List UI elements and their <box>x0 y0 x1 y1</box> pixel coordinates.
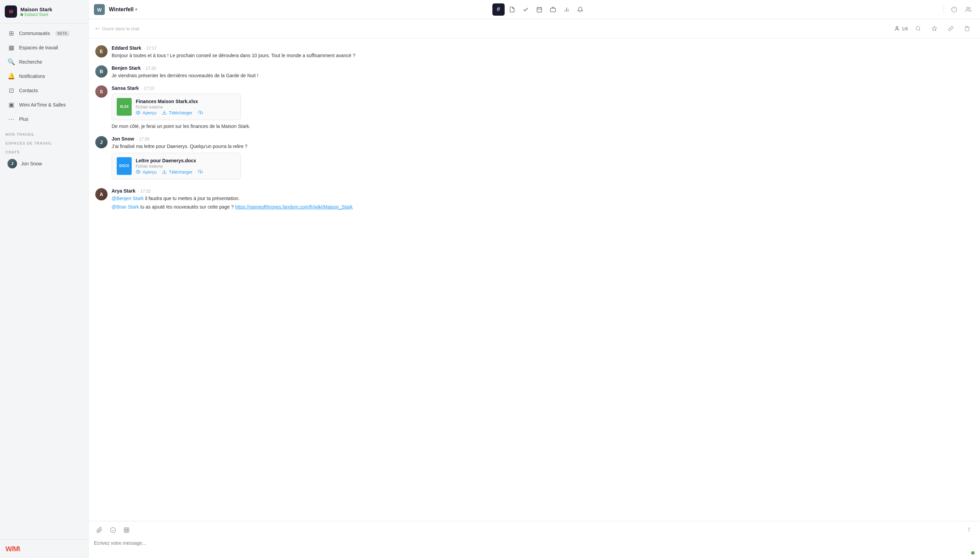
beta-badge: BETA <box>56 31 69 36</box>
chat-name: Jon Snow <box>21 161 42 166</box>
sidebar-item-label: Recherche <box>19 59 42 65</box>
tool-bell[interactable] <box>574 3 586 16</box>
message-text-2: @Bran Stark tu as ajouté les nouveautés … <box>112 204 973 211</box>
top-header: W Winterfell ▾ # <box>89 0 980 19</box>
file-actions: Aperçu Télécharger <box>136 110 236 115</box>
section-chats: CHATS <box>0 147 88 156</box>
messages-area: E Eddard Stark · 17:17 Bonjour à toutes … <box>89 38 980 521</box>
message-text: Je viendrais présenter les dernières nou… <box>112 72 973 79</box>
external-link[interactable]: https://gameofthrones.fandom.com/fr/wiki… <box>235 204 353 210</box>
svg-rect-6 <box>550 8 555 12</box>
tool-briefcase[interactable] <box>547 3 559 16</box>
svg-point-19 <box>138 112 139 113</box>
tool-file[interactable] <box>506 3 518 16</box>
avatar: J <box>8 159 17 168</box>
svg-point-14 <box>896 26 898 28</box>
sidebar-item-airtime[interactable]: ▣ Wimi AirTime & Salles <box>2 98 86 112</box>
mention-btn[interactable] <box>121 525 132 535</box>
workspace-logo: M <box>5 5 17 18</box>
tool-check[interactable] <box>520 3 532 16</box>
file-name: Finances Maison Stark.xlsx <box>136 98 236 104</box>
tool-search[interactable] <box>912 23 924 35</box>
message-body: Arya Stark · 17:32 @Benjen Stark il faud… <box>112 188 973 211</box>
message-benjen: B Benjen Stark · 17:20 Je viendrais prés… <box>95 65 973 79</box>
message-text: De mon côté, je ferai un point sur les f… <box>112 123 973 130</box>
input-bottom-row <box>89 551 980 558</box>
message-sansa: S Sansa Stark · 17:23 XLSX Finances Mais… <box>95 85 973 130</box>
channel-name[interactable]: Winterfell ▾ <box>109 7 137 13</box>
sidebar-footer: W/M\ <box>0 539 88 558</box>
file-attachment-docx: DOCX Lettre pour Daenerys.docx Fichier e… <box>112 153 241 179</box>
tool-link[interactable] <box>945 23 957 35</box>
file-info: Finances Maison Stark.xlsx Fichier exter… <box>136 98 236 115</box>
bell-icon: 🔔 <box>8 72 15 80</box>
file-actions: Aperçu Télécharger <box>136 169 236 174</box>
file-preview-btn[interactable]: Aperçu <box>136 169 156 174</box>
sidebar-item-notifications[interactable]: 🔔 Notifications <box>2 69 86 84</box>
mention-benjen[interactable]: @Benjen Stark <box>112 195 144 201</box>
sidebar-chat-jon-snow[interactable]: J Jon Snow <box>2 156 86 172</box>
input-area: T <box>89 521 980 558</box>
tool-hash[interactable]: # <box>492 3 505 16</box>
section-mon-travail: MON TRAVAIL <box>0 129 88 138</box>
message-time: · 17:17 <box>144 46 156 51</box>
message-meta: Eddard Stark · 17:17 <box>112 45 973 51</box>
message-input[interactable] <box>94 540 975 546</box>
message-author: Benjen Stark <box>112 65 141 71</box>
chevron-down-icon: ▾ <box>135 7 137 12</box>
svg-point-25 <box>111 528 116 533</box>
workspace-icon: ▦ <box>8 44 15 51</box>
avatar: J <box>95 136 108 148</box>
message-meta: Arya Stark · 17:32 <box>112 188 973 194</box>
main-area: W Winterfell ▾ # <box>89 0 980 558</box>
workspace-user: Eddard Stark <box>20 12 52 17</box>
tool-chart[interactable] <box>560 3 573 16</box>
sidebar-item-label: Communautés <box>19 31 50 36</box>
member-count: 1/8 <box>895 26 908 31</box>
message-author: Jon Snow <box>112 136 134 141</box>
tool-clipboard[interactable] <box>961 23 973 35</box>
sidebar-item-plus[interactable]: ⋯ Plus <box>2 112 86 126</box>
tool-info[interactable] <box>948 3 960 16</box>
file-download-btn[interactable]: Télécharger <box>162 169 192 174</box>
sidebar: M Maison Stark Eddard Stark ⊞ Communauté… <box>0 0 89 558</box>
message-author: Eddard Stark <box>112 45 141 51</box>
attach-btn[interactable] <box>94 525 105 535</box>
grid-icon: ⊞ <box>8 30 15 37</box>
message-arya: A Arya Stark · 17:32 @Benjen Stark il fa… <box>95 188 973 211</box>
message-time: · 17:23 <box>141 86 154 91</box>
tool-calendar[interactable] <box>533 3 545 16</box>
file-preview-btn[interactable]: Aperçu <box>136 110 156 115</box>
sidebar-item-recherche[interactable]: 🔍 Recherche <box>2 55 86 69</box>
tool-members[interactable] <box>962 3 975 16</box>
message-input-placeholder[interactable] <box>89 538 980 551</box>
workspace-header: M Maison Stark Eddard Stark <box>0 0 88 23</box>
svg-line-16 <box>919 30 920 31</box>
svg-marker-17 <box>932 26 936 31</box>
sidebar-item-label: Contacts <box>19 88 38 93</box>
open-in-chat[interactable]: Ouvrir dans le chat <box>102 26 139 31</box>
sidebar-item-communautes[interactable]: ⊞ Communautés BETA <box>2 26 86 41</box>
message-time: · 17:26 <box>137 137 149 141</box>
file-cloud-btn[interactable] <box>198 169 203 174</box>
file-download-btn[interactable]: Télécharger <box>162 110 192 115</box>
airtime-icon: ▣ <box>8 101 15 108</box>
message-body: Sansa Stark · 17:23 XLSX Finances Maison… <box>112 85 973 130</box>
wimi-logo: W/M\ <box>5 544 83 553</box>
sidebar-item-label: Plus <box>19 117 28 122</box>
message-author: Arya Stark <box>112 188 135 194</box>
sidebar-item-label: Espaces de travail <box>19 45 58 50</box>
emoji-btn[interactable] <box>108 525 118 535</box>
file-cloud-btn[interactable] <box>198 110 203 115</box>
reply-icon: ↩ <box>95 26 99 31</box>
header-tools: # <box>492 3 586 16</box>
avatar: S <box>95 85 108 98</box>
tool-star[interactable] <box>928 23 941 35</box>
avatar: B <box>95 65 108 77</box>
sidebar-item-contacts[interactable]: ⊡ Contacts <box>2 84 86 98</box>
workspace-name: Maison Stark <box>20 7 52 12</box>
sidebar-item-espaces[interactable]: ▦ Espaces de travail <box>2 41 86 55</box>
svg-text:W: W <box>97 7 102 13</box>
mention-bran[interactable]: @Bran Stark <box>112 204 139 210</box>
format-text-btn[interactable]: T <box>964 525 975 535</box>
